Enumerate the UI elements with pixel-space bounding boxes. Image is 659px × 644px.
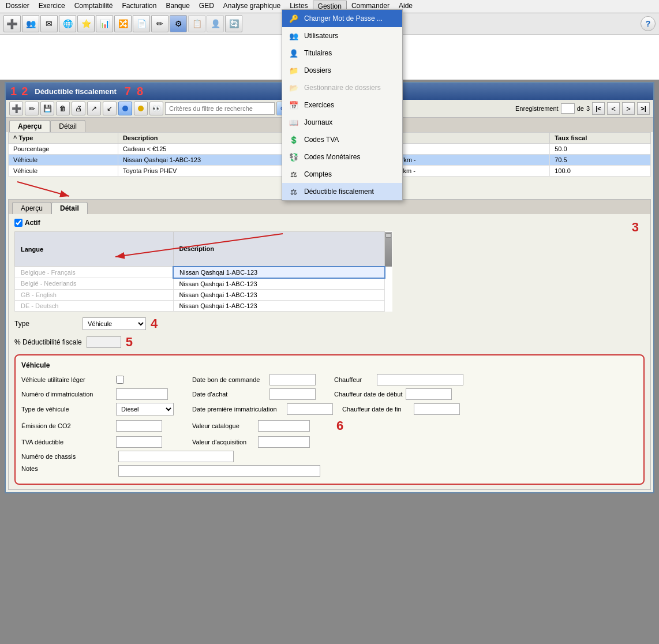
emission-co2-input[interactable]: 99,00: [116, 420, 162, 432]
menu-item-utilisateurs[interactable]: 👥 Utilisateurs: [282, 27, 402, 44]
type-vehicule-field: Type de véhicule Diesel: [21, 403, 183, 415]
date-bon-commande-input[interactable]: 01/01/2023: [269, 374, 316, 385]
lang-row1-desc: Nissan Qashqai 1-ABC-123: [173, 267, 385, 278]
valeur-catalogue-input[interactable]: 25000,00: [258, 420, 310, 432]
menu-item-codes-tva[interactable]: 💲 Codes TVA: [282, 131, 402, 148]
detail-tab-detail[interactable]: Détail: [51, 202, 88, 214]
deductible-icon: ⚖: [288, 186, 299, 197]
toolbar-users[interactable]: 👥: [22, 15, 39, 32]
win-import-btn[interactable]: ↙: [103, 102, 117, 115]
win-export-btn[interactable]: ↗: [87, 102, 101, 115]
toolbar-star[interactable]: ⭐: [77, 15, 95, 32]
deductibilite-input[interactable]: 70.5: [87, 336, 121, 348]
menu-banque[interactable]: Banque: [161, 1, 194, 12]
monetary-icon: 💱: [288, 151, 299, 163]
toolbar-mail[interactable]: ✉: [40, 15, 58, 32]
toolbar-arrows[interactable]: 🔀: [114, 15, 132, 32]
nav-first-btn[interactable]: |<: [592, 102, 605, 115]
lang-row[interactable]: Belgique - Français Nissan Qashqai 1-ABC…: [15, 267, 392, 278]
chauffeur-debut-input[interactable]: 01/02/2023: [406, 388, 452, 400]
valeur-catalogue-label: Valeur catalogue: [192, 422, 256, 429]
toolbar-chart[interactable]: 📊: [96, 15, 113, 32]
menu-item-exercices[interactable]: 📅 Exercices: [282, 96, 402, 114]
win-search-input[interactable]: [165, 102, 275, 115]
menu-label-comptes: Comptes: [304, 170, 332, 178]
menu-exercice[interactable]: Exercice: [34, 1, 70, 12]
toolbar-pen[interactable]: ✏: [151, 15, 169, 32]
vehicle-row4: Émission de CO2 99,00 Valeur catalogue 2…: [21, 418, 638, 433]
chauffeur-input[interactable]: [377, 374, 463, 385]
tva-icon: 💲: [288, 134, 299, 145]
menu-item-dossiers[interactable]: 📁 Dossiers: [282, 62, 402, 79]
type-label: Type: [14, 320, 78, 328]
toolbar-new[interactable]: ➕: [3, 15, 21, 32]
menu-analyse[interactable]: Analyse graphique: [219, 1, 285, 12]
toolbar-help[interactable]: ?: [641, 16, 656, 31]
win-edit-btn[interactable]: ✏: [25, 102, 39, 115]
vehicle-row2: Numéro d'immatriculation 1-ABC-123 Date …: [21, 388, 638, 400]
utilitaire-checkbox[interactable]: [116, 376, 124, 384]
type-row: Type Véhicule Pourcentage 4: [14, 316, 645, 331]
toolbar-sync[interactable]: 🔄: [225, 15, 242, 32]
valeur-acquisition-field: Valeur d'acquisition 24000,00: [192, 436, 310, 448]
toolbar-globe[interactable]: 🌐: [59, 15, 76, 32]
record-info: Enregistrement 2 de 3 |< < > >|: [515, 102, 650, 115]
tab-apercu[interactable]: Aperçu: [9, 120, 50, 132]
chauffeur-field: Chauffeur: [334, 374, 463, 385]
menu-item-changer-mot[interactable]: 🔑 Changer Mot de Passe ...: [282, 10, 402, 27]
toolbar-gestion[interactable]: ⚙: [170, 15, 187, 32]
vehicle-row5: TVA déductible 21.0 Valeur d'acquisition…: [21, 436, 638, 448]
type-select[interactable]: Véhicule Pourcentage: [83, 317, 146, 330]
date-achat-input[interactable]: 01/02/2023: [269, 388, 316, 400]
menu-item-titulaires[interactable]: 👤 Titulaires: [282, 44, 402, 62]
menu-item-journaux[interactable]: 📖 Journaux: [282, 114, 402, 131]
nav-last-btn[interactable]: >|: [637, 102, 650, 115]
nav-next-btn[interactable]: >: [622, 102, 635, 115]
win-print-btn[interactable]: 🖨: [72, 102, 85, 115]
win-filter2-btn[interactable]: [134, 102, 148, 115]
win-add-btn[interactable]: ➕: [9, 102, 23, 115]
win-save-btn[interactable]: 💾: [40, 102, 54, 115]
toolbar-info[interactable]: 📋: [188, 15, 205, 32]
menu-label-titulaires: Titulaires: [304, 49, 332, 57]
lang-row[interactable]: GB - English Nissan Qashqai 1-ABC-123: [15, 289, 392, 300]
deductibilite-row: % Déductibilité fiscale 70.5 5: [14, 335, 645, 350]
toolbar-person-gray[interactable]: 👤: [207, 15, 224, 32]
chauffeur-fin-input[interactable]: [414, 403, 460, 415]
immat-input[interactable]: 1-ABC-123: [116, 388, 168, 400]
actif-checkbox[interactable]: [14, 219, 23, 227]
chauffeur-debut-label: Chauffeur date de début: [334, 391, 403, 398]
menu-comptabilite[interactable]: Comptabilité: [70, 1, 118, 12]
valeur-catalogue-field: Valeur catalogue 25000,00: [192, 420, 310, 432]
menu-facturation[interactable]: Facturation: [117, 1, 161, 12]
win-filter1-btn[interactable]: [118, 102, 132, 115]
vehicle-row6: Numéro de chassis 12315648945456: [21, 451, 638, 462]
win-delete-btn[interactable]: 🗑: [56, 102, 70, 115]
col-taux: Taux fiscal: [550, 133, 651, 144]
chauffeur-fin-field: Chauffeur date de fin: [342, 403, 460, 415]
notes-input[interactable]: [118, 465, 320, 477]
vehicle-row1: Véhicule utilitaire léger Date bon de co…: [21, 374, 638, 385]
date-premiere-immat-input[interactable]: 01/02/2023: [287, 403, 333, 415]
toolbar-doc[interactable]: 📄: [133, 15, 150, 32]
menu-item-codes-monetaires[interactable]: 💱 Codes Monétaires: [282, 148, 402, 166]
menu-label-dossiers: Dossiers: [304, 66, 331, 74]
win-binoculars-btn[interactable]: 👀: [149, 102, 163, 115]
lang-row[interactable]: België - Nederlands Nissan Qashqai 1-ABC…: [15, 278, 392, 290]
tab-detail[interactable]: Détail: [50, 120, 85, 132]
users-icon: 👥: [288, 30, 299, 42]
menu-ged[interactable]: GED: [194, 1, 219, 12]
detail-tab-apercu[interactable]: Aperçu: [12, 202, 51, 214]
menu-item-deductible[interactable]: ⚖ Déductible fiscalement: [282, 183, 402, 200]
nav-prev-btn[interactable]: <: [607, 102, 620, 115]
lang-row1-langue: Belgique - Français: [15, 267, 174, 278]
menu-dossier[interactable]: Dossier: [1, 1, 34, 12]
tva-deductible-input[interactable]: 21.0: [116, 436, 162, 448]
record-current[interactable]: 2: [561, 103, 575, 114]
valeur-acquisition-input[interactable]: 24000,00: [258, 436, 310, 448]
lang-row[interactable]: DE - Deutsch Nissan Qashqai 1-ABC-123: [15, 300, 392, 311]
menu-item-comptes[interactable]: ⚖ Comptes: [282, 166, 402, 183]
type-vehicule-select[interactable]: Diesel: [116, 403, 174, 415]
numero-chassis-input[interactable]: 12315648945456: [118, 451, 234, 462]
accounts-icon: ⚖: [288, 169, 299, 180]
